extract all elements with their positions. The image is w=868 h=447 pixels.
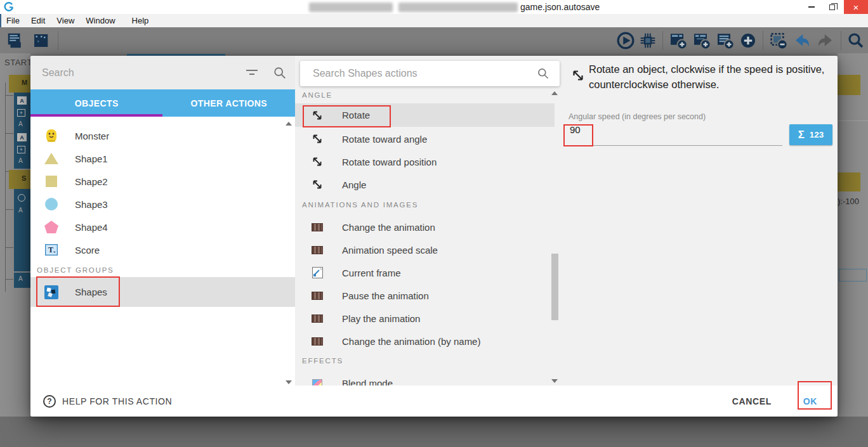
object-row-shape4[interactable]: Shape4 [30,216,295,238]
object-row-score[interactable]: T x Score [30,238,295,261]
action-icon-fragment: A [17,133,27,141]
objects-search-bar [30,56,295,89]
action-row-change-animation-by-name[interactable]: Change the animation (by name) [295,330,555,353]
action-row-change-animation[interactable]: Change the animation [295,216,555,238]
restore-icon [829,4,835,10]
action-row-blend-mode[interactable]: Blend mode [295,372,555,385]
scroll-up-icon[interactable] [286,122,292,126]
film-icon [309,292,326,300]
scroll-down-icon[interactable] [551,379,558,383]
events-sheet-fragment-left: START M A + A A + A S A A [0,53,30,417]
menu-window[interactable]: Window [86,16,121,25]
object-row-monster[interactable]: Monster [30,124,295,147]
tab-other-actions[interactable]: OTHER ACTIONS [163,89,296,117]
close-button[interactable]: × [844,0,868,14]
tab-objects[interactable]: OBJECTS [30,89,163,117]
frame-icon [309,267,326,278]
param-label: Angular speed (in degrees per second) [569,112,706,121]
search-icon[interactable] [846,31,865,50]
scene-tab-label: START [4,58,30,67]
angular-speed-input[interactable] [570,124,646,135]
action-row-current-frame[interactable]: Current frame [295,261,555,284]
events-sheet-icon[interactable] [5,31,25,50]
menu-bar: File Edit View Window Help [0,14,868,27]
object-row-shape2[interactable]: Shape2 [30,170,295,193]
add-event-icon[interactable] [668,30,688,51]
redo-icon[interactable] [815,31,836,50]
window-title: game.json.autosave [520,2,600,12]
undo-icon[interactable] [792,31,812,50]
scroll-down-icon[interactable] [286,380,292,384]
left-panel-tabbar: OBJECTS OTHER ACTIONS [30,89,295,117]
object-label: Shape4 [75,222,108,233]
action-label: Angle [342,179,366,190]
toolbar-left-group [5,31,60,50]
search-icon[interactable] [537,67,549,80]
close-icon: × [853,2,859,13]
action-detail-panel: Rotate an object, clockwise if the speed… [565,56,838,385]
actions-scrollbar[interactable] [550,90,560,385]
menu-edit[interactable]: Edit [31,16,51,25]
help-icon: ? [43,395,56,408]
action-description: Rotate an object, clockwise if the speed… [589,62,833,93]
action-row-rotate-toward-position[interactable]: Rotate toward position [295,150,555,173]
section-header-angle: ANGLE [302,91,332,99]
triangle-icon [43,153,60,164]
toolbar-separator [58,31,58,50]
menu-file[interactable]: File [6,16,26,25]
title-bar: game.json.autosave × [0,0,868,14]
action-editor-dialog: OBJECTS OTHER ACTIONS Monster Shape1 Sha… [30,56,838,417]
toolbar-separator [841,31,841,50]
action-icon-fragment: A [17,96,27,105]
play-icon[interactable] [616,31,635,50]
comment-row-fragment: S [9,170,30,189]
menu-help[interactable]: Help [132,16,155,25]
delete-event-icon[interactable] [768,30,789,51]
comment-row-fragment: M [9,75,30,93]
help-button[interactable]: ? HELP FOR THIS ACTION [43,395,172,408]
action-row-rotate[interactable]: Rotate [295,103,555,127]
menu-view[interactable]: View [56,16,81,25]
svg-text:T: T [48,245,53,254]
monster-icon [43,129,60,143]
object-row-shape1[interactable]: Shape1 [30,147,295,170]
ok-button[interactable]: OK [794,391,826,411]
actions-search-input[interactable] [313,68,522,79]
pentagon-icon [43,221,60,233]
scroll-up-icon[interactable] [551,91,558,95]
action-row-animation-speed-scale[interactable]: Animation speed scale [295,238,555,261]
dialog-footer: ? HELP FOR THIS ACTION CANCEL OK [30,385,838,417]
add-subevent-icon[interactable] [692,30,712,51]
condition-icon-fragment [18,194,25,202]
action-label: Play the animation [342,313,420,324]
action-row-play-animation[interactable]: Play the animation [295,307,555,330]
rotate-icon [309,178,326,191]
action-label: Rotate toward angle [342,134,427,145]
object-label: Shape3 [75,199,108,210]
action-row-angle[interactable]: Angle [295,173,555,196]
action-row-pause-animation[interactable]: Pause the animation [295,284,555,307]
add-action-fragment: + [17,146,25,153]
action-label: Pause the animation [342,290,429,301]
filter-icon[interactable] [245,68,259,78]
object-label: Monster [75,131,109,141]
restore-button[interactable] [822,0,841,14]
search-icon[interactable] [273,66,287,80]
expression-editor-button[interactable]: Σ 123 [789,124,832,145]
scrollbar-thumb[interactable] [551,254,558,320]
debug-icon[interactable] [638,31,657,50]
scene-editor-icon[interactable] [30,31,51,50]
cancel-button[interactable]: CANCEL [726,391,778,411]
add-comment-icon[interactable] [715,30,735,51]
objects-search-input[interactable] [42,67,232,79]
object-row-shape3[interactable]: Shape3 [30,193,295,216]
action-row-rotate-toward-angle[interactable]: Rotate toward angle [295,127,555,150]
add-circle-icon[interactable] [739,31,758,50]
group-row-shapes[interactable]: Shapes [30,277,295,307]
square-icon [43,176,60,187]
object-groups-header: OBJECT GROUPS [37,266,114,274]
input-underline [569,145,782,146]
group-label: Shapes [75,287,107,297]
minimize-button[interactable] [802,0,821,14]
add-action-fragment: + [17,109,25,117]
